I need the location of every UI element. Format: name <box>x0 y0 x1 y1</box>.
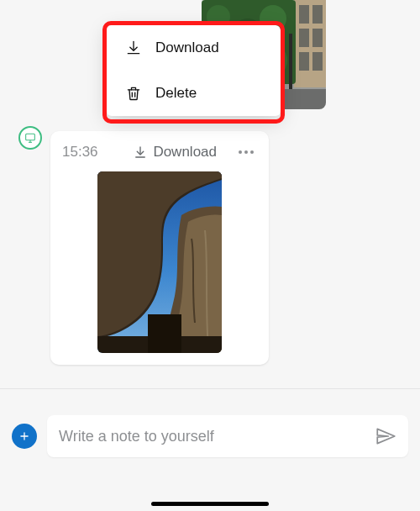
note-input[interactable] <box>59 428 366 445</box>
download-label: Download <box>153 144 217 161</box>
svg-rect-6 <box>299 29 309 47</box>
download-button[interactable]: Download <box>133 144 217 161</box>
svg-rect-17 <box>26 134 35 140</box>
svg-rect-4 <box>299 5 309 24</box>
download-icon <box>133 145 148 160</box>
composer <box>0 412 420 461</box>
send-button[interactable] <box>375 425 396 447</box>
arch-sky-image <box>97 171 222 353</box>
svg-rect-7 <box>312 29 323 47</box>
message-card: 15:36 Download <box>50 131 269 365</box>
send-icon <box>375 425 396 447</box>
more-button[interactable] <box>235 147 257 157</box>
composer-divider <box>0 388 420 389</box>
svg-rect-27 <box>148 314 181 353</box>
tutorial-highlight <box>102 21 285 124</box>
svg-rect-9 <box>312 52 323 71</box>
svg-rect-16 <box>289 34 292 89</box>
svg-rect-5 <box>312 5 323 24</box>
message-image[interactable] <box>97 171 222 353</box>
more-dots-icon <box>239 150 242 154</box>
monitor-icon <box>24 131 37 145</box>
home-indicator <box>151 502 269 506</box>
add-attachment-button[interactable] <box>12 424 37 449</box>
device-badge <box>18 126 42 150</box>
plus-icon <box>18 430 30 442</box>
note-input-wrap <box>47 415 408 457</box>
svg-marker-34 <box>377 429 395 443</box>
message-header: 15:36 Download <box>62 140 257 165</box>
message-time: 15:36 <box>62 144 98 161</box>
svg-rect-8 <box>299 52 309 71</box>
